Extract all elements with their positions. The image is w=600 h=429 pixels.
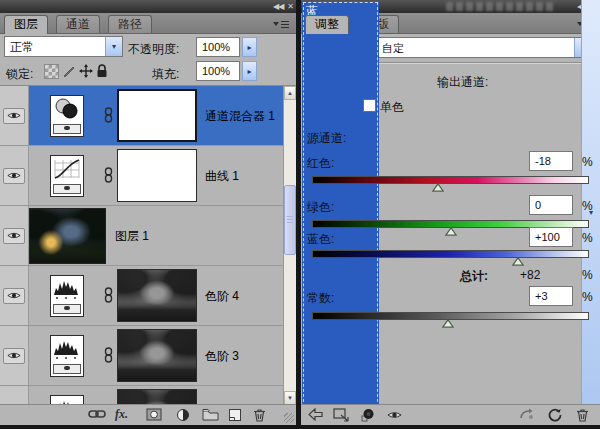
total-value: +82 bbox=[520, 268, 540, 282]
visibility-eye-icon[interactable] bbox=[3, 168, 25, 184]
layers-panel-titlebar: ◀◀ ✕ bbox=[0, 0, 296, 14]
titlebar-watermark bbox=[446, 2, 556, 11]
switch-panel-view-icon[interactable] bbox=[333, 408, 350, 422]
new-layer-icon[interactable] bbox=[228, 408, 242, 422]
mask-link-icon[interactable] bbox=[104, 107, 113, 123]
layer-thumbnail[interactable] bbox=[29, 208, 106, 264]
red-slider[interactable] bbox=[312, 176, 589, 196]
percent-sign: % bbox=[582, 155, 593, 169]
mask-link-icon[interactable] bbox=[104, 287, 113, 303]
layer-row-levels-3[interactable]: 色阶 3 bbox=[0, 326, 296, 386]
delete-layer-icon[interactable] bbox=[253, 408, 266, 422]
constant-value-input[interactable]: +3 bbox=[529, 286, 573, 306]
view-previous-state-icon[interactable] bbox=[519, 408, 535, 421]
constant-slider-thumb[interactable] bbox=[442, 319, 454, 328]
layer-row-channel-mixer[interactable]: 通道混合器 1 bbox=[0, 86, 296, 146]
constant-slider[interactable] bbox=[312, 312, 589, 332]
visibility-eye-icon[interactable] bbox=[3, 348, 25, 364]
layer-mask-thumbnail[interactable] bbox=[117, 149, 197, 202]
visibility-eye-icon[interactable] bbox=[3, 288, 25, 304]
panel-menu-icon[interactable] bbox=[273, 20, 289, 28]
monochrome-label: 单色 bbox=[380, 99, 404, 116]
output-channel-label: 输出通道: bbox=[437, 74, 488, 91]
link-layers-icon[interactable] bbox=[88, 408, 106, 420]
percent-sign: % bbox=[582, 231, 593, 245]
layer-row-levels-4[interactable]: 色阶 4 bbox=[0, 266, 296, 326]
blend-mode-value: 正常 bbox=[10, 38, 34, 55]
resize-grip[interactable] bbox=[284, 413, 294, 423]
fill-label: 填充: bbox=[152, 66, 179, 83]
new-group-icon[interactable] bbox=[202, 408, 219, 421]
layer-mask-thumbnail[interactable] bbox=[117, 389, 197, 405]
layer-mask-thumbnail[interactable] bbox=[117, 269, 197, 322]
lock-all-icon[interactable] bbox=[96, 64, 108, 78]
tab-layers[interactable]: 图层 bbox=[4, 15, 48, 34]
layer-style-icon[interactable]: fx. bbox=[115, 407, 128, 422]
mask-link-icon[interactable] bbox=[104, 347, 113, 363]
mask-link-icon[interactable] bbox=[104, 167, 113, 183]
lock-image-pixels-icon[interactable] bbox=[62, 64, 76, 78]
blue-slider-thumb[interactable] bbox=[512, 257, 524, 266]
adjustments-panel: ◀◀ ✕ 调整 蒙版 通道混和器 自定 ▾ 输出通道: 蓝 ▾ 单色 源通道: … bbox=[301, 0, 600, 424]
preset-value: 自定 bbox=[382, 40, 404, 55]
visibility-eye-icon[interactable] bbox=[3, 108, 25, 124]
lock-label: 锁定: bbox=[6, 66, 33, 83]
green-value-input[interactable]: 0 bbox=[529, 195, 573, 215]
visibility-eye-icon[interactable] bbox=[3, 228, 25, 244]
tab-paths[interactable]: 路径 bbox=[108, 15, 152, 33]
collapse-panel-icon[interactable]: ◀◀ bbox=[273, 1, 283, 12]
tab-channels[interactable]: 通道 bbox=[56, 15, 100, 33]
constant-label: 常数: bbox=[307, 290, 334, 307]
channel-mixer-icon[interactable] bbox=[50, 95, 84, 137]
fill-spinner-icon[interactable]: ▸ bbox=[242, 61, 257, 81]
layer-mask-thumbnail[interactable] bbox=[117, 329, 197, 382]
preset-select[interactable]: 自定 ▾ bbox=[376, 37, 592, 58]
levels-icon[interactable] bbox=[50, 335, 84, 377]
green-slider-thumb[interactable] bbox=[445, 227, 457, 236]
blue-value-input[interactable]: +100 bbox=[529, 227, 573, 247]
scroll-up-icon[interactable]: ▲ bbox=[284, 86, 296, 100]
return-to-adjustment-list-icon[interactable] bbox=[307, 408, 324, 421]
clip-to-layer-icon[interactable] bbox=[361, 408, 374, 422]
layers-tabstrip: 图层 通道 路径 bbox=[0, 13, 296, 34]
opacity-spinner-icon[interactable]: ▸ bbox=[242, 37, 257, 57]
layer-name[interactable]: 通道混合器 1 bbox=[205, 107, 275, 124]
layer-mask-thumbnail[interactable] bbox=[117, 89, 197, 142]
toggle-layer-visibility-icon[interactable] bbox=[387, 410, 402, 420]
layer-row-image[interactable]: 图层 1 bbox=[0, 206, 296, 266]
fill-input[interactable]: 100% bbox=[196, 61, 240, 81]
percent-sign: % bbox=[582, 268, 593, 282]
layer-row-partial[interactable] bbox=[0, 386, 296, 405]
green-label: 绿色: bbox=[307, 199, 334, 216]
reset-icon[interactable] bbox=[548, 408, 562, 422]
close-panel-icon[interactable]: ✕ bbox=[287, 1, 293, 12]
layer-name[interactable]: 色阶 3 bbox=[205, 347, 239, 364]
red-slider-thumb[interactable] bbox=[432, 183, 444, 192]
scroll-down-icon[interactable]: ▼ bbox=[284, 391, 296, 405]
delete-adjustment-icon[interactable] bbox=[576, 408, 589, 422]
opacity-input[interactable]: 100% bbox=[196, 37, 240, 57]
monochrome-checkbox[interactable] bbox=[363, 99, 376, 112]
blend-mode-select[interactable]: 正常 ▾ bbox=[4, 36, 123, 57]
curves-icon[interactable] bbox=[50, 155, 84, 197]
chevron-down-icon[interactable]: ▾ bbox=[105, 37, 122, 56]
adjustments-tabstrip: 调整 蒙版 bbox=[301, 13, 600, 34]
layer-name[interactable]: 色阶 4 bbox=[205, 287, 239, 304]
layers-toolbar: fx. bbox=[0, 404, 296, 425]
blue-label: 蓝色: bbox=[307, 231, 334, 248]
red-value-input[interactable]: -18 bbox=[529, 151, 573, 171]
layer-list: 通道混合器 1 曲线 1 图层 1 bbox=[0, 85, 296, 405]
levels-icon[interactable] bbox=[50, 275, 84, 317]
blue-slider[interactable] bbox=[312, 250, 589, 270]
lock-transparent-pixels-icon[interactable] bbox=[44, 64, 59, 79]
layer-row-curves[interactable]: 曲线 1 bbox=[0, 146, 296, 206]
layers-scrollbar[interactable]: ▲ ▼ bbox=[283, 86, 296, 405]
add-layer-mask-icon[interactable] bbox=[146, 408, 162, 421]
new-adjustment-layer-icon[interactable] bbox=[176, 408, 190, 422]
lock-position-icon[interactable] bbox=[79, 64, 93, 78]
layer-name[interactable]: 曲线 1 bbox=[205, 167, 239, 184]
layer-name[interactable]: 图层 1 bbox=[115, 227, 149, 244]
scrollbar-thumb[interactable] bbox=[284, 185, 296, 255]
source-channels-label: 源通道: bbox=[307, 130, 346, 147]
tab-adjustments[interactable]: 调整 bbox=[305, 15, 349, 34]
